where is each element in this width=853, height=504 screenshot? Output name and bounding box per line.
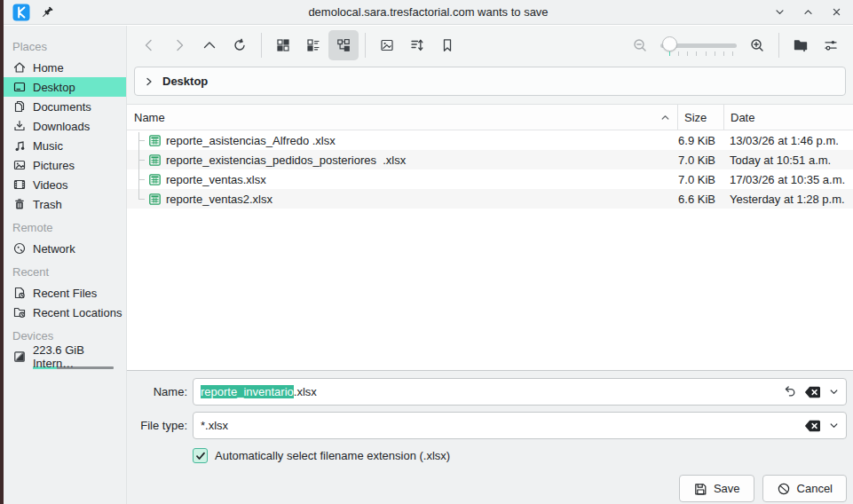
options-button[interactable]: [816, 30, 846, 60]
clear-text-icon[interactable]: [804, 386, 821, 398]
sidebar-item-label: Downloads: [33, 120, 90, 133]
filename-input[interactable]: reporte_inventario.xlsx: [193, 378, 847, 406]
preview-button[interactable]: [372, 30, 402, 60]
sidebar-item-label: Recent Files: [33, 287, 97, 300]
filetype-label: File type:: [127, 419, 187, 432]
tree-view-button[interactable]: [328, 30, 359, 60]
section-remote: Remote: [4, 214, 126, 239]
cancel-button[interactable]: Cancel: [762, 475, 847, 502]
forward-button[interactable]: [164, 30, 194, 60]
icon-view-button[interactable]: [268, 30, 298, 60]
sidebar-item-network[interactable]: Network: [4, 239, 126, 258]
save-button[interactable]: Save: [679, 475, 754, 502]
sidebar-item-documents[interactable]: Documents: [4, 97, 126, 116]
auto-extension-checkbox[interactable]: [193, 448, 208, 463]
sort-ascending-icon: [660, 113, 670, 122]
sidebar-item-home[interactable]: Home: [4, 58, 126, 77]
sidebar-item-label: Pictures: [33, 159, 75, 172]
file-size: 7.0 KiB: [677, 154, 723, 167]
sidebar-item-music[interactable]: Music: [4, 136, 126, 155]
chevron-down-icon[interactable]: [828, 386, 840, 398]
sidebar-item-label: Desktop: [33, 81, 75, 94]
maximize-button[interactable]: [800, 4, 816, 20]
pin-icon[interactable]: [39, 4, 55, 20]
table-header: Name Size Date: [127, 105, 853, 130]
sort-button[interactable]: [402, 30, 432, 60]
save-form: Name: reporte_inventario.xlsx: [127, 370, 853, 504]
file-size: 6.9 KiB: [677, 134, 723, 147]
zoom-out-button[interactable]: [625, 30, 655, 60]
file-row[interactable]: reporte_existencias_pedidos_posteriores …: [127, 150, 853, 169]
column-header-name[interactable]: Name: [127, 105, 677, 130]
file-date: 17/03/26 at 10:35 a.m.: [723, 173, 853, 186]
toolbar-separator: [778, 33, 779, 58]
tree-branch: [133, 130, 146, 150]
home-icon: [12, 60, 27, 75]
sidebar-item-recent-locations[interactable]: Recent Locations: [4, 303, 126, 322]
filetype-select[interactable]: *.xlsx: [193, 412, 847, 439]
breadcrumb-segment-desktop[interactable]: Desktop: [162, 75, 208, 88]
file-row[interactable]: reporte_asistencias_Alfredo .xlsx 6.9 Ki…: [127, 130, 853, 150]
spreadsheet-file-icon: [148, 134, 162, 147]
refresh-button[interactable]: [225, 30, 255, 60]
file-date: 13/03/26 at 1:46 p.m.: [723, 134, 853, 147]
videos-icon: [12, 177, 27, 192]
sidebar-item-label: Documents: [33, 100, 91, 114]
sidebar-item-desktop[interactable]: Desktop: [4, 77, 126, 97]
close-button[interactable]: [828, 4, 844, 20]
sidebar-item-downloads[interactable]: Downloads: [4, 116, 126, 136]
titlebar[interactable]: demolocal.sara.tresfactorial.com wants t…: [4, 0, 853, 25]
filename-extension-text: .xlsx: [294, 385, 317, 398]
filename-selected-text: reporte_inventario: [201, 385, 294, 398]
bookmark-button[interactable]: [432, 30, 462, 60]
filetype-value: *.xlsx: [201, 419, 228, 432]
file-date: Yesterday at 1:28 p.m.: [723, 193, 853, 206]
spreadsheet-file-icon: [148, 173, 162, 186]
column-header-date[interactable]: Date: [723, 105, 853, 130]
file-name: reporte_existencias_pedidos_posteriores …: [166, 154, 406, 167]
breadcrumb[interactable]: Desktop: [134, 67, 846, 96]
tree-branch: [133, 189, 146, 209]
clear-text-icon[interactable]: [804, 420, 821, 432]
sidebar-item-internal-drive[interactable]: 223.6 GiB Intern…: [4, 347, 126, 366]
toolbar: [127, 26, 853, 65]
tree-branch: [133, 150, 146, 169]
save-button-label: Save: [714, 482, 740, 495]
sidebar-item-videos[interactable]: Videos: [4, 175, 126, 194]
sidebar-item-label: Network: [33, 242, 75, 256]
section-places: Places: [4, 33, 126, 58]
zoom-slider[interactable]: [660, 35, 737, 56]
tree-branch: [133, 169, 146, 189]
places-sidebar: Places Home Desktop Documents Downloads …: [4, 26, 127, 504]
desktop-icon: [12, 80, 27, 94]
minimize-button[interactable]: [771, 4, 787, 20]
up-button[interactable]: [194, 30, 225, 60]
zoom-in-button[interactable]: [742, 30, 772, 60]
sidebar-item-recent-files[interactable]: Recent Files: [4, 283, 126, 303]
file-name: reporte_ventas.xlsx: [166, 173, 266, 186]
undo-icon[interactable]: [782, 384, 797, 399]
sidebar-item-pictures[interactable]: Pictures: [4, 155, 126, 175]
music-icon: [12, 138, 27, 153]
sidebar-item-trash[interactable]: Trash: [4, 194, 126, 214]
trash-icon: [12, 197, 27, 211]
window-title: demolocal.sara.tresfactorial.com wants t…: [4, 5, 853, 19]
file-row[interactable]: reporte_ventas2.xlsx 6.6 KiB Yesterday a…: [127, 189, 853, 209]
zoom-slider-handle[interactable]: [662, 36, 677, 51]
sidebar-item-label: Music: [33, 139, 63, 153]
column-header-size[interactable]: Size: [677, 105, 723, 130]
kde-app-icon: [12, 4, 30, 21]
compact-view-button[interactable]: [298, 30, 328, 60]
hard-drive-icon: [12, 350, 27, 364]
cancel-icon: [777, 482, 791, 496]
section-recent: Recent: [4, 258, 126, 283]
auto-extension-label: Automatically select filename extension …: [215, 449, 450, 462]
file-date: Today at 10:51 a.m.: [723, 154, 853, 167]
chevron-down-icon[interactable]: [828, 420, 840, 431]
back-button[interactable]: [134, 30, 164, 60]
new-folder-button[interactable]: [786, 30, 816, 60]
recent-files-icon: [12, 286, 27, 300]
toolbar-separator: [365, 33, 366, 58]
file-row[interactable]: reporte_ventas.xlsx 7.0 KiB 17/03/26 at …: [127, 169, 853, 189]
toolbar-separator: [261, 33, 262, 58]
